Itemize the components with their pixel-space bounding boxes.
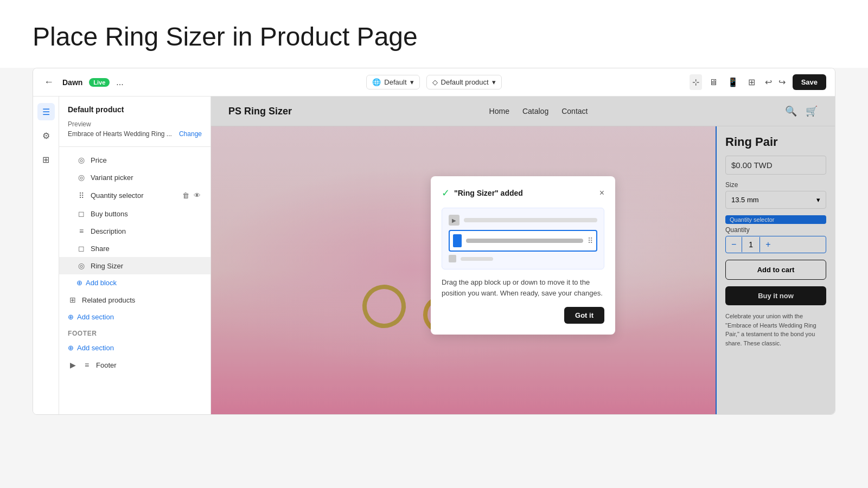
footer-label: Footer — [59, 325, 210, 339]
buy-icon: ◻ — [76, 209, 86, 218]
qty-selector-icon: ⠿ — [76, 191, 86, 200]
got-it-button[interactable]: Got it — [564, 307, 604, 324]
select-tool-button[interactable]: ⊹ — [690, 74, 702, 90]
price-label: Price — [91, 156, 202, 164]
globe-icon: 🌐 — [372, 78, 381, 86]
preview-product: Embrace of Hearts Wedding Ring ... — [68, 130, 172, 138]
popup-footer: Got it — [442, 307, 604, 324]
page-title: Place Ring Sizer in Product Page — [33, 22, 835, 52]
footer-item-label: Footer — [96, 361, 202, 369]
popup-title: "Ring Sizer" added — [454, 189, 523, 197]
check-icon: ✓ — [442, 187, 450, 199]
drag-small-block — [449, 255, 456, 262]
store-name: Dawn — [62, 78, 82, 87]
save-button[interactable]: Save — [793, 74, 826, 90]
drag-highlighted-row: ⠿ — [449, 230, 597, 252]
preview-label: Preview — [68, 120, 202, 128]
preset-dropdown[interactable]: 🌐 Default ▾ — [366, 75, 419, 89]
chevron-down-icon: ▾ — [410, 78, 414, 86]
buy-label: Buy buttons — [91, 210, 202, 218]
product-label: Default product — [441, 78, 489, 86]
section-item-description[interactable]: ≡ Description — [59, 222, 210, 240]
add-section-label: Add section — [77, 313, 114, 321]
chevron-down-icon-2: ▾ — [492, 78, 496, 86]
redo-button[interactable]: ↪ — [776, 74, 788, 90]
popup-description: Drag the app block up or down to move it… — [442, 277, 604, 298]
related-icon: ⊞ — [68, 296, 78, 304]
popup-close-button[interactable]: × — [599, 188, 604, 198]
add-block-plus-icon: ⊕ — [76, 279, 82, 287]
section-item-quantity-selector[interactable]: ⠿ Quantity selector 🗑 👁 — [59, 186, 210, 205]
toolbar: ← Dawn Live ... 🌐 Default ▾ ◇ Default pr… — [33, 68, 835, 97]
drag-play-icon: ▶ — [449, 215, 459, 226]
ring-sizer-icon: ◎ — [76, 261, 86, 270]
footer-item-icon: ≡ — [82, 361, 92, 369]
ring-sizer-label: Ring Sizer — [91, 262, 202, 270]
product-dropdown[interactable]: ◇ Default product ▾ — [426, 75, 502, 89]
drag-handle-icon[interactable]: ⠿ — [588, 236, 593, 245]
drag-line-dark — [466, 239, 583, 243]
editor-body: ☰ ⚙ ⊞ Default product Preview Embrace of… — [33, 97, 835, 414]
sidebar-icon-sections[interactable]: ☰ — [37, 103, 55, 120]
undo-button[interactable]: ↩ — [762, 74, 775, 90]
sidebar-icon-apps[interactable]: ⊞ — [37, 151, 55, 168]
footer-add-plus-icon: ⊕ — [68, 344, 74, 352]
panel-header: Default product Preview Embrace of Heart… — [59, 97, 210, 147]
footer-toggle-icon: ▶ — [68, 361, 78, 369]
variant-label: Variant picker — [91, 174, 202, 182]
variant-icon: ◎ — [76, 173, 86, 182]
drag-blue-block — [453, 234, 462, 247]
share-icon: ◻ — [76, 244, 86, 253]
preset-label: Default — [384, 78, 406, 86]
left-panel: Default product Preview Embrace of Heart… — [59, 97, 211, 414]
delete-qty-button[interactable]: 🗑 — [181, 190, 190, 201]
add-section-button[interactable]: ⊕ Add section — [59, 309, 210, 325]
eye-qty-button[interactable]: 👁 — [193, 190, 202, 201]
change-link[interactable]: Change — [179, 130, 202, 138]
price-icon: ◎ — [76, 156, 86, 164]
drag-line-small — [461, 257, 493, 261]
sidebar-icons: ☰ ⚙ ⊞ — [33, 97, 59, 414]
section-item-related-products[interactable]: ⊞ Related products — [59, 291, 210, 309]
section-item-variant-picker[interactable]: ◎ Variant picker — [59, 169, 210, 186]
back-button[interactable]: ← — [42, 74, 56, 90]
qty-selector-label: Quantity selector — [91, 191, 177, 200]
section-item-price[interactable]: ◎ Price — [59, 151, 210, 169]
editor-frame: ← Dawn Live ... 🌐 Default ▾ ◇ Default pr… — [33, 68, 835, 415]
product-icon: ◇ — [432, 78, 438, 86]
drag-sub-row — [449, 255, 597, 262]
section-item-buy-buttons[interactable]: ◻ Buy buttons — [59, 205, 210, 222]
preview-area: PS Ring Sizer Home Catalog Contact 🔍 🛒 — [211, 97, 835, 414]
popup-box: ✓ "Ring Sizer" added × ▶ — [431, 176, 615, 335]
desktop-view-button[interactable]: 🖥 — [706, 75, 720, 90]
section-item-share[interactable]: ◻ Share — [59, 240, 210, 257]
more-options-button[interactable]: ... — [116, 78, 123, 87]
mobile-view-button[interactable]: 📱 — [725, 74, 741, 90]
popup-overlay: ✓ "Ring Sizer" added × ▶ — [211, 97, 835, 414]
panel-title: Default product — [68, 105, 202, 114]
popup-header: ✓ "Ring Sizer" added × — [442, 187, 604, 199]
drag-line-light — [464, 218, 597, 222]
footer-add-section-button[interactable]: ⊕ Add section — [59, 339, 210, 356]
section-item-ring-sizer[interactable]: ◎ Ring Sizer — [59, 257, 210, 274]
sidebar-icon-settings[interactable]: ⚙ — [37, 127, 55, 144]
share-label: Share — [91, 245, 202, 253]
drag-top-row: ▶ — [449, 215, 597, 226]
desc-icon: ≡ — [76, 227, 86, 235]
related-label: Related products — [82, 296, 202, 304]
section-item-footer[interactable]: ▶ ≡ Footer — [59, 356, 210, 374]
footer-add-section-label: Add section — [77, 344, 114, 352]
popup-title-row: ✓ "Ring Sizer" added — [442, 187, 523, 199]
section-list: ◎ Price ◎ Variant picker ⠿ Quantity sele… — [59, 147, 210, 414]
layout-button[interactable]: ⊞ — [745, 74, 758, 90]
desc-label: Description — [91, 227, 202, 235]
add-block-label: Add block — [86, 279, 117, 287]
add-block-button[interactable]: ⊕ Add block — [59, 274, 210, 291]
drag-illustration: ▶ ⠿ — [442, 208, 604, 269]
live-badge: Live — [89, 78, 110, 87]
add-section-plus-icon: ⊕ — [68, 313, 74, 321]
